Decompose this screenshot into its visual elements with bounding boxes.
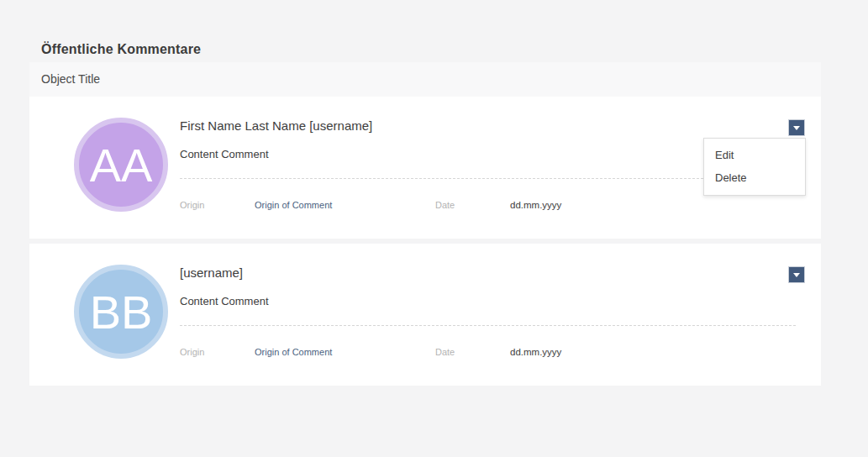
comment-card: AA First Name Last Name [username] Conte… <box>29 97 821 239</box>
comments-panel: Object Title AA First Name Last Name [us… <box>29 62 821 386</box>
date-value: dd.mm.yyyy <box>510 347 561 357</box>
menu-item-edit[interactable]: Edit <box>704 144 805 166</box>
comment-actions-button[interactable] <box>788 119 805 136</box>
origin-of-comment-link[interactable]: Origin of Comment <box>255 347 332 357</box>
avatar-initials: BB <box>90 285 153 339</box>
comment-author: [username] <box>180 265 243 280</box>
comment-actions-button[interactable] <box>788 266 805 283</box>
date-label: Date <box>435 200 455 210</box>
origin-label: Origin <box>180 347 204 357</box>
page-title: Öffentliche Kommentare <box>41 42 201 57</box>
date-value: dd.mm.yyyy <box>510 200 561 210</box>
comment-actions-menu: Edit Delete <box>703 138 806 196</box>
comment-card: BB [username] Content Comment Origin Ori… <box>29 244 821 386</box>
divider <box>180 325 796 326</box>
date-label: Date <box>435 347 455 357</box>
object-title-header: Object Title <box>29 62 821 97</box>
caret-down-icon <box>793 273 800 277</box>
origin-of-comment-link[interactable]: Origin of Comment <box>255 200 332 210</box>
caret-down-icon <box>793 126 800 130</box>
comment-content: Content Comment <box>180 148 269 160</box>
object-title-label: Object Title <box>41 72 100 86</box>
avatar: AA <box>74 118 168 212</box>
avatar-initials: AA <box>90 138 153 192</box>
avatar: BB <box>74 265 168 359</box>
menu-item-delete[interactable]: Delete <box>704 166 805 189</box>
origin-label: Origin <box>180 200 204 210</box>
comment-author: First Name Last Name [username] <box>180 118 372 133</box>
comment-content: Content Comment <box>180 295 269 307</box>
